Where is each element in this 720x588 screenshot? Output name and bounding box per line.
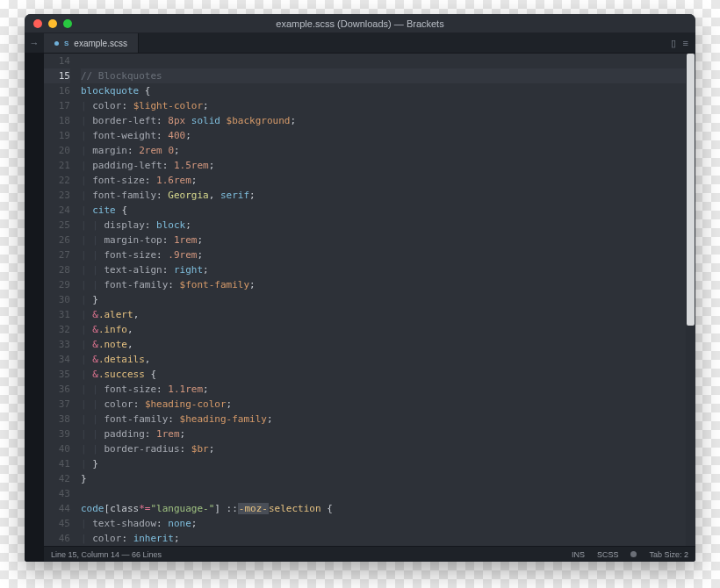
code-line[interactable]: | color: inherit; (81, 531, 695, 546)
code-line[interactable]: | &.note, (81, 337, 695, 352)
line-number: 29 (44, 277, 70, 292)
line-number: 20 (44, 143, 70, 158)
line-number: 23 (44, 188, 70, 203)
line-number: 24 (44, 203, 70, 218)
status-bar: Line 15, Column 14 — 66 Lines INS SCSS T… (44, 546, 695, 562)
code-line[interactable]: | font-family: Georgia, serif; (81, 188, 695, 203)
status-indicator-icon (630, 551, 637, 557)
scrollbar-thumb[interactable] (687, 54, 695, 326)
code-line[interactable]: | | font-size: .9rem; (81, 247, 695, 262)
tabbar-arrow-icon[interactable]: → (25, 33, 44, 53)
code-line[interactable]: | &.alert, (81, 307, 695, 322)
line-number: 38 (44, 412, 70, 427)
maximize-icon[interactable] (63, 19, 72, 28)
code-line[interactable]: | | margin-top: 1rem; (81, 233, 695, 247)
line-number: 45 (44, 516, 70, 531)
line-number: 30 (44, 292, 70, 307)
code-line[interactable]: | } (81, 292, 695, 307)
line-number: 17 (44, 98, 70, 113)
code-line[interactable]: | &.success { (81, 367, 695, 382)
code-line[interactable]: | margin: 2rem 0; (81, 143, 695, 158)
code-line[interactable]: | | border-radius: $br; (81, 441, 695, 456)
code-line[interactable]: blockquote { (81, 83, 695, 98)
tab-size[interactable]: Tab Size: 2 (649, 550, 688, 559)
app-window: example.scss (Downloads) — Brackets → S … (25, 14, 695, 562)
line-number: 32 (44, 322, 70, 337)
line-number: 41 (44, 456, 70, 471)
tab-example-scss[interactable]: S example.scss (44, 33, 139, 53)
line-number: 35 (44, 367, 70, 382)
code-line[interactable]: | border-left: 8px solid $background; (81, 113, 695, 128)
code-line[interactable]: | &.info, (81, 322, 695, 337)
code-line[interactable]: | font-size: 1.6rem; (81, 173, 695, 188)
sidebar-collapsed[interactable] (25, 54, 44, 562)
code-line[interactable]: | | font-family: $heading-family; (81, 412, 695, 427)
language-mode[interactable]: SCSS (597, 550, 619, 559)
line-number: 14 (44, 54, 70, 68)
line-number: 21 (44, 158, 70, 173)
code-line[interactable]: | | color: $heading-color; (81, 397, 695, 412)
insert-mode[interactable]: INS (572, 550, 585, 559)
line-number: 33 (44, 337, 70, 352)
line-number: 15 (44, 68, 70, 83)
code-line[interactable]: | &.details, (81, 352, 695, 367)
line-number-gutter: 1415161718192021222324252627282930313233… (44, 54, 77, 546)
line-number: 34 (44, 352, 70, 367)
code-line[interactable]: | } (81, 456, 695, 471)
code-line[interactable]: | | font-size: 1.1rem; (81, 382, 695, 397)
line-number: 27 (44, 247, 70, 262)
editor-main: 1415161718192021222324252627282930313233… (25, 54, 695, 562)
titlebar: example.scss (Downloads) — Brackets (25, 14, 695, 33)
line-number: 26 (44, 233, 70, 247)
code-line[interactable] (81, 486, 695, 501)
line-number: 40 (44, 441, 70, 456)
split-view-icon[interactable]: ▯ (671, 38, 676, 49)
line-number: 46 (44, 531, 70, 546)
line-number: 31 (44, 307, 70, 322)
code-line[interactable]: | text-shadow: none; (81, 516, 695, 531)
line-number: 43 (44, 486, 70, 501)
file-type-icon: S (64, 39, 68, 47)
code-line[interactable]: | cite { (81, 203, 695, 218)
line-number: 44 (44, 501, 70, 516)
code-line[interactable] (81, 54, 695, 68)
line-number: 42 (44, 471, 70, 486)
window-controls (33, 19, 72, 28)
code-area[interactable]: // Blockquotesblockquote {| color: $ligh… (77, 54, 695, 546)
line-number: 25 (44, 218, 70, 233)
tabbar-menu-icon[interactable]: ≡ (683, 38, 688, 48)
code-line[interactable]: } (81, 471, 695, 486)
code-line[interactable]: | | text-align: right; (81, 262, 695, 277)
tab-label: example.scss (74, 39, 127, 48)
code-line[interactable]: | padding-left: 1.5rem; (81, 158, 695, 173)
vertical-scrollbar[interactable] (686, 54, 695, 546)
code-editor[interactable]: 1415161718192021222324252627282930313233… (44, 54, 695, 546)
line-number: 39 (44, 427, 70, 441)
line-number: 18 (44, 113, 70, 128)
dirty-indicator-icon (54, 41, 59, 46)
line-number: 22 (44, 173, 70, 188)
minimize-icon[interactable] (48, 19, 57, 28)
tab-bar: → S example.scss ▯ ≡ (25, 33, 695, 54)
line-number: 28 (44, 262, 70, 277)
line-number: 16 (44, 83, 70, 98)
code-line[interactable]: | | padding: 1rem; (81, 427, 695, 441)
code-line[interactable]: | | display: block; (81, 218, 695, 233)
code-line[interactable]: | color: $light-color; (81, 98, 695, 113)
window-title: example.scss (Downloads) — Brackets (25, 18, 695, 29)
cursor-position[interactable]: Line 15, Column 14 — 66 Lines (51, 550, 162, 559)
code-line[interactable]: | | font-family: $font-family; (81, 277, 695, 292)
line-number: 36 (44, 382, 70, 397)
code-line[interactable]: // Blockquotes (81, 68, 695, 83)
code-line[interactable]: code[class*="language-"] ::-moz-selectio… (81, 501, 695, 516)
line-number: 19 (44, 128, 70, 143)
line-number: 37 (44, 397, 70, 412)
close-icon[interactable] (33, 19, 42, 28)
code-line[interactable]: | font-weight: 400; (81, 128, 695, 143)
